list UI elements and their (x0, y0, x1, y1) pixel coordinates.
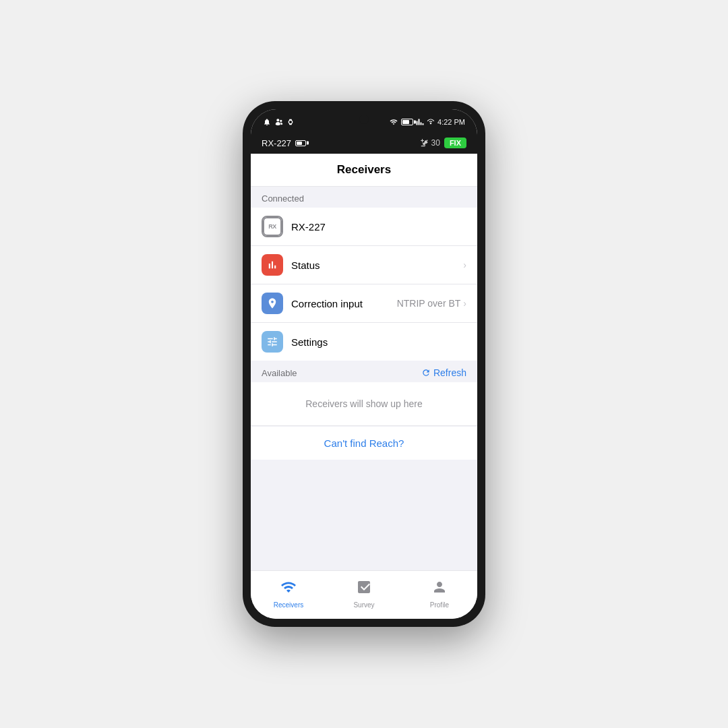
available-list: Receivers will show up here (251, 382, 477, 426)
nav-profile[interactable]: Profile (402, 571, 477, 619)
camera-notch (359, 115, 369, 124)
status-right: 4:22 PM (389, 118, 465, 126)
correction-chevron: › (463, 298, 466, 309)
screen-content: Receivers Connected RX RX-227 (251, 154, 477, 570)
settings-label: Settings (291, 336, 466, 348)
carrier-icon (427, 118, 435, 126)
status-left (263, 118, 294, 126)
app-bar-right: 30 FIX (420, 138, 466, 148)
status-item[interactable]: Status › (251, 246, 477, 284)
bottom-nav: Receivers Survey Profile (251, 570, 477, 619)
app-bar: RX-227 30 FIX (251, 133, 477, 154)
fix-badge: FIX (444, 138, 466, 148)
signal-bars-icon (416, 118, 424, 126)
correction-value: NTRIP over BT (397, 298, 461, 309)
phone-screen: 4:22 PM RX-227 30 FIX (251, 109, 477, 619)
device-battery-icon (295, 140, 306, 146)
correction-label: Correction input (291, 298, 397, 309)
notification-icon (275, 118, 283, 126)
chart-icon (266, 259, 278, 271)
profile-nav-label: Profile (430, 601, 449, 609)
refresh-button[interactable]: Refresh (421, 367, 466, 378)
satellite-info: 30 (420, 138, 440, 148)
sliders-icon (266, 336, 278, 348)
survey-nav-label: Survey (353, 601, 374, 609)
device-rx-icon: RX (262, 216, 283, 237)
settings-icon (262, 331, 283, 353)
nav-survey[interactable]: Survey (326, 571, 402, 619)
satellite-icon (420, 138, 429, 148)
nav-receivers[interactable]: Receivers (251, 571, 326, 619)
survey-nav-icon (356, 579, 372, 599)
status-icon (262, 254, 283, 276)
phone-frame: 4:22 PM RX-227 30 FIX (243, 101, 485, 627)
location-icon (266, 297, 278, 309)
receivers-nav-label: Receivers (274, 601, 303, 609)
page-title-bar: Receivers (251, 154, 477, 187)
watch-icon (287, 118, 294, 126)
cant-find-label: Can't find Reach? (324, 437, 404, 449)
status-chevron: › (463, 260, 466, 270)
device-name-label: RX-227 (291, 221, 466, 233)
refresh-icon (421, 368, 431, 377)
battery-icon (401, 119, 413, 125)
connected-device-item[interactable]: RX RX-227 (251, 208, 477, 246)
receivers-nav-icon (280, 579, 297, 599)
page-title: Receivers (337, 163, 391, 176)
cant-find-reach[interactable]: Can't find Reach? (251, 427, 477, 460)
available-label: Available (262, 368, 297, 378)
device-label: RX-227 (262, 138, 306, 148)
refresh-label: Refresh (433, 367, 466, 378)
empty-state-text: Receivers will show up here (305, 398, 423, 409)
settings-item[interactable]: Settings (251, 323, 477, 361)
correction-icon (262, 293, 283, 314)
profile-nav-icon (431, 579, 448, 599)
empty-state: Receivers will show up here (251, 382, 477, 426)
status-label: Status (291, 260, 463, 271)
correction-input-item[interactable]: Correction input NTRIP over BT › (251, 284, 477, 323)
satellite-count-text: 30 (431, 138, 440, 148)
alarm-icon (263, 118, 271, 126)
connected-device-card: RX RX-227 Status › Correc (251, 208, 477, 361)
connected-section-header: Connected (251, 187, 477, 208)
available-section-header: Available Refresh (251, 361, 477, 382)
signal-icon (389, 118, 398, 126)
time-display: 4:22 PM (437, 118, 465, 126)
device-name: RX-227 (262, 138, 291, 148)
